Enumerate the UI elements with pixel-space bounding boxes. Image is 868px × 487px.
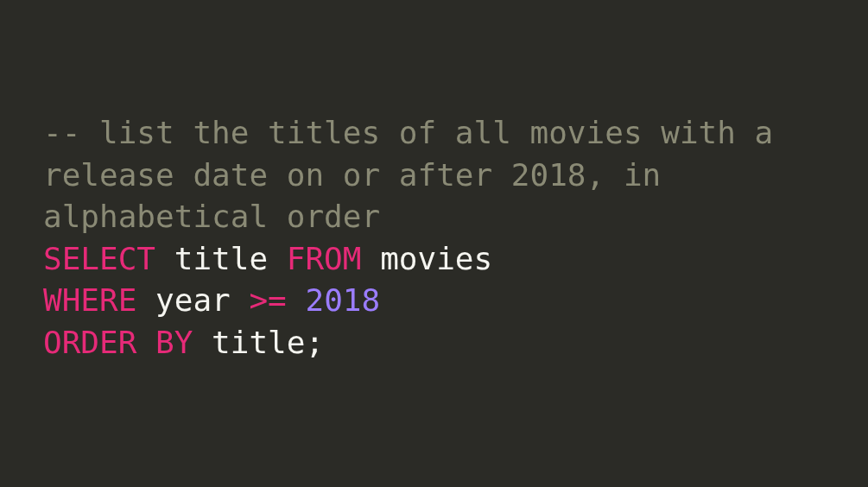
keyword-select: SELECT (43, 241, 155, 276)
sql-comment: -- list the titles of all movies with a … (43, 115, 792, 234)
sql-code-block: -- list the titles of all movies with a … (43, 112, 825, 364)
semicolon: ; (305, 325, 324, 360)
space (287, 282, 306, 318)
table-movies: movies (361, 241, 492, 276)
operator-gte: >= (249, 282, 286, 318)
literal-2018: 2018 (305, 282, 380, 318)
column-title: title (155, 241, 287, 276)
column-year: year (136, 282, 249, 318)
keyword-where: WHERE (43, 282, 136, 318)
keyword-from: FROM (287, 241, 362, 276)
column-title-order: title (193, 325, 305, 360)
keyword-order-by: ORDER BY (43, 325, 193, 360)
